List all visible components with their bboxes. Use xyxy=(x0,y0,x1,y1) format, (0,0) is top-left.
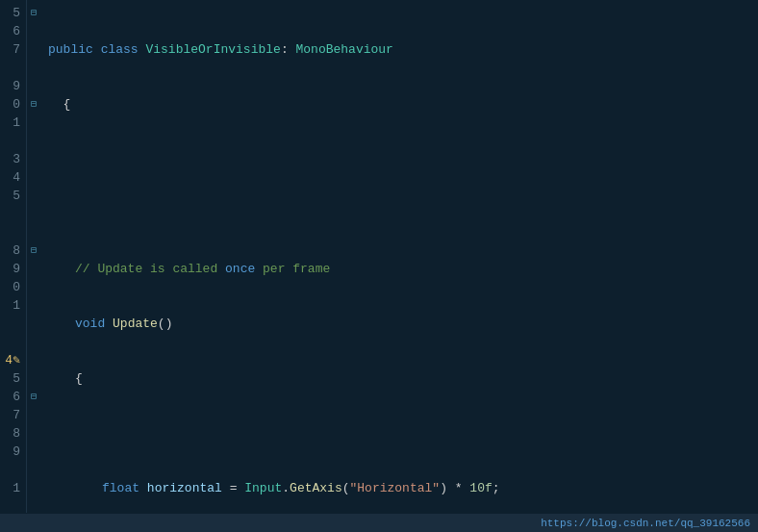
code-content[interactable]: public class VisibleOrInvisible: MonoBeh… xyxy=(40,0,758,513)
fold-icon-4[interactable]: ⊟ xyxy=(29,388,38,406)
code-editor: 5 6 7 9 0 1 3 4 5 8 9 0 1 4✎ 5 6 7 8 9 xyxy=(0,0,758,513)
code-line: { xyxy=(48,369,758,388)
fold-gutter: ⊟ ⊟ ⊟ ⊟ xyxy=(27,0,40,513)
code-line xyxy=(48,150,758,168)
code-line: public class VisibleOrInvisible: MonoBeh… xyxy=(48,40,758,59)
fold-icon-3[interactable]: ⊟ xyxy=(29,241,38,260)
code-line: void Update() xyxy=(48,315,758,333)
fold-icon[interactable]: ⊟ xyxy=(29,4,38,22)
statusbar-link[interactable]: https://blog.csdn.net/qq_39162566 xyxy=(541,518,750,529)
statusbar: https://blog.csdn.net/qq_39162566 xyxy=(0,513,758,532)
code-line: // Update is called once per frame xyxy=(48,260,758,278)
code-line xyxy=(48,424,758,443)
code-line: { xyxy=(48,95,758,114)
fold-icon-2[interactable]: ⊟ xyxy=(29,95,38,114)
code-line xyxy=(48,205,758,223)
code-line: float horizontal = Input.GetAxis("Horizo… xyxy=(48,479,758,497)
line-numbers: 5 6 7 9 0 1 3 4 5 8 9 0 1 4✎ 5 6 7 8 9 xyxy=(0,0,27,513)
